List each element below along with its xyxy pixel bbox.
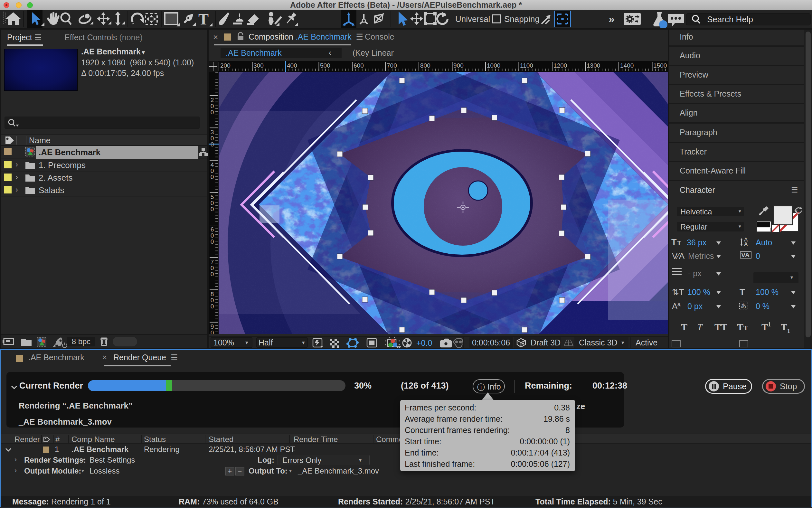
svg-text:1000: 1000 (487, 62, 500, 69)
svg-text:8: 8 (211, 291, 214, 297)
svg-text:TT: TT (737, 322, 748, 332)
svg-text:T1: T1 (762, 321, 771, 332)
svg-text:4: 4 (211, 161, 214, 168)
svg-text:3: 3 (211, 129, 214, 135)
svg-text:A: A (744, 241, 748, 247)
svg-text:T: T (671, 238, 677, 247)
svg-text:1500: 1500 (653, 62, 667, 69)
svg-text:Snapping: Snapping (504, 14, 540, 24)
svg-text:- px: - px (688, 269, 701, 278)
svg-text:8 bpc: 8 bpc (72, 337, 91, 346)
svg-text:0: 0 (756, 251, 760, 260)
svg-text:0 %: 0 % (756, 302, 769, 311)
svg-text:VA: VA (741, 251, 750, 258)
svg-text:Aª: Aª (672, 301, 681, 311)
svg-text:0: 0 (211, 238, 214, 245)
svg-text:100 %: 100 % (756, 288, 778, 296)
svg-text:1400: 1400 (620, 62, 634, 69)
svg-text:»: » (608, 12, 615, 25)
svg-text:1100: 1100 (520, 62, 533, 69)
svg-text:1200: 1200 (553, 62, 567, 69)
svg-text:0: 0 (211, 329, 214, 334)
svg-text:T: T (677, 239, 681, 247)
svg-text:200: 200 (220, 62, 230, 69)
svg-text:T: T (198, 11, 209, 28)
svg-text:⇅T: ⇅T (672, 287, 684, 297)
svg-text:Universal: Universal (455, 14, 490, 24)
svg-text:0: 0 (211, 206, 214, 212)
svg-text:+0.0: +0.0 (416, 338, 432, 347)
svg-text:0: 0 (211, 103, 214, 110)
svg-text:0 px: 0 px (687, 302, 703, 311)
svg-text:6: 6 (211, 226, 214, 233)
svg-text:400: 400 (287, 62, 297, 69)
svg-text:36 px: 36 px (687, 238, 707, 247)
svg-text:T: T (697, 322, 703, 332)
svg-text:7: 7 (211, 258, 214, 265)
svg-text:2: 2 (211, 96, 214, 103)
svg-text:9: 9 (211, 323, 214, 330)
svg-text:0: 0 (211, 271, 214, 278)
svg-text:100 %: 100 % (687, 288, 710, 296)
svg-text:0: 0 (211, 200, 214, 206)
svg-text:0: 0 (211, 265, 214, 271)
svg-text:600: 600 (353, 62, 364, 69)
svg-text:0: 0 (211, 303, 214, 310)
svg-text:900: 900 (453, 62, 464, 69)
svg-text:あ: あ (741, 303, 746, 309)
svg-text:Search Help: Search Help (707, 14, 753, 24)
svg-text:Auto: Auto (756, 238, 772, 247)
svg-text:5: 5 (211, 194, 214, 200)
svg-text:Metrics: Metrics (688, 251, 714, 260)
svg-text:0: 0 (211, 109, 214, 116)
svg-text:0: 0 (211, 135, 214, 142)
svg-text:0: 0 (211, 297, 214, 304)
svg-text:0: 0 (211, 232, 214, 239)
svg-text:T1: T1 (781, 322, 790, 334)
svg-text:TT: TT (715, 322, 727, 332)
svg-text:300: 300 (253, 62, 264, 69)
svg-text:800: 800 (420, 62, 430, 69)
svg-text:500: 500 (320, 62, 330, 69)
svg-text:1300: 1300 (587, 62, 600, 69)
svg-text:T: T (739, 287, 745, 297)
svg-text:T: T (681, 322, 687, 332)
svg-text:0: 0 (211, 173, 214, 180)
svg-text:V∕A: V∕A (672, 251, 685, 261)
svg-text:0: 0 (211, 167, 214, 174)
svg-text:700: 700 (387, 62, 397, 69)
